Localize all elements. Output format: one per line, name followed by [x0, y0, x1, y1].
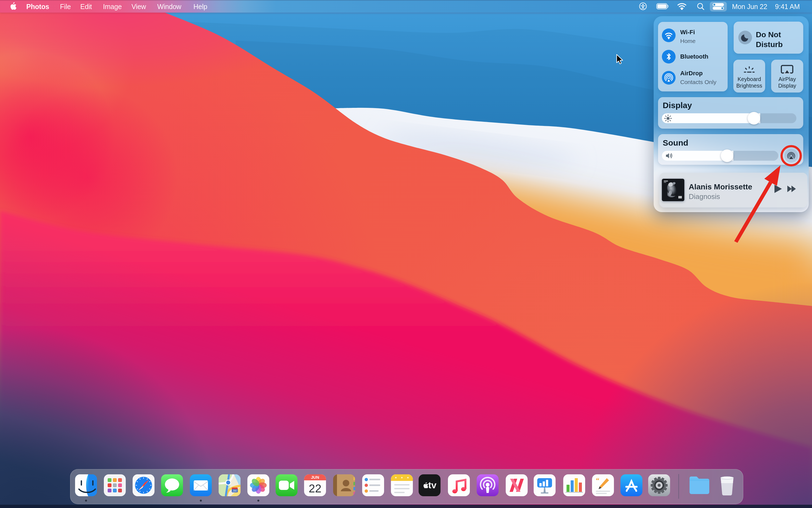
svg-text:tv: tv [428, 480, 436, 490]
svg-text:280: 280 [233, 490, 237, 493]
svg-text:JUN: JUN [311, 475, 319, 479]
svg-text:22: 22 [309, 482, 322, 495]
svg-text:“: “ [596, 476, 600, 484]
